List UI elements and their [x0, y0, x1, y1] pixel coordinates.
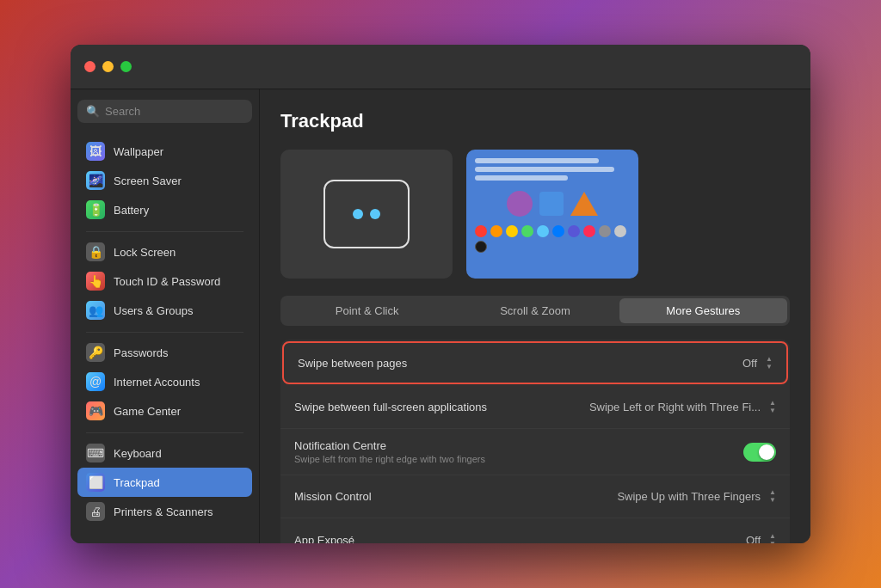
sidebar-item-label-printers: Printers & Scanners [114, 505, 213, 518]
color-dot-pink [583, 225, 595, 237]
settings-list: Swipe between pages Off ▲ ▼ Swipe betwee… [280, 340, 790, 543]
color-dot-blue [552, 225, 564, 237]
preview-shapes [475, 191, 630, 217]
screensaver-icon: 🌌 [86, 171, 105, 190]
sidebar-item-lockscreen[interactable]: 🔒 Lock Screen [77, 237, 252, 266]
setting-row-app-expose[interactable]: App Exposé Off ▲ ▼ [280, 518, 790, 543]
sidebar-item-touchid[interactable]: 👆 Touch ID & Password [77, 266, 252, 296]
sidebar-item-users[interactable]: 👥 Users & Groups [77, 296, 252, 325]
setting-row-swipe-pages[interactable]: Swipe between pages Off ▲ ▼ [282, 341, 788, 384]
color-dot-silver [614, 225, 626, 237]
color-dot-black [475, 241, 487, 253]
stepper-up-3[interactable]: ▲ [769, 489, 776, 496]
sidebar-item-trackpad[interactable]: ⬜ Trackpad [77, 468, 252, 497]
sidebar-item-label-screensaver: Screen Saver [114, 175, 182, 187]
stepper-mission-control[interactable]: ▲ ▼ [769, 489, 776, 504]
shape-triangle [570, 192, 598, 216]
close-button[interactable] [84, 61, 95, 72]
sidebar-item-label-trackpad: Trackpad [114, 476, 160, 489]
tab-point-click[interactable]: Point & Click [283, 298, 451, 323]
sidebar-item-battery[interactable]: 🔋 Battery [77, 195, 252, 224]
stepper-down[interactable]: ▼ [766, 364, 773, 371]
internet-icon: @ [86, 372, 105, 391]
stepper-down-3[interactable]: ▼ [769, 497, 776, 504]
main-content: Trackpad [260, 89, 810, 543]
color-dot-purple [568, 225, 580, 237]
sidebar-item-label-wallpaper: Wallpaper [114, 145, 163, 158]
minimize-button[interactable] [102, 61, 114, 72]
sidebar-item-label-users: Users & Groups [114, 304, 193, 317]
color-dot-gray [599, 225, 611, 237]
sidebar-item-internet[interactable]: @ Internet Accounts [77, 367, 252, 396]
sidebar-divider-2 [86, 332, 243, 333]
sidebar-group-appearance: 🖼 Wallpaper 🌌 Screen Saver 🔋 Battery [77, 137, 252, 224]
search-bar[interactable]: 🔍 Search [77, 100, 252, 123]
stepper-down-2[interactable]: ▼ [769, 407, 776, 414]
search-icon: 🔍 [86, 105, 100, 118]
setting-value-swipe-pages[interactable]: Off ▲ ▼ [742, 356, 773, 371]
setting-value-text-app-expose: Off [746, 534, 761, 544]
preview-line-3 [475, 175, 568, 181]
stepper-up[interactable]: ▲ [766, 356, 773, 363]
sidebar-item-label-keyboard: Keyboard [114, 447, 162, 460]
stepper-app-expose[interactable]: ▲ ▼ [769, 533, 776, 544]
color-dot-lightblue [537, 225, 549, 237]
setting-label-mission-control: Mission Control [294, 490, 617, 503]
tap-dot-1 [353, 209, 363, 219]
setting-label-swipe-fullscreen: Swipe between full-screen applications [294, 401, 589, 413]
search-placeholder: Search [105, 105, 140, 118]
tap-dot-2 [370, 209, 380, 219]
setting-label-notification-centre: Notification Centre Swipe left from the … [294, 439, 743, 464]
page-title: Trackpad [280, 110, 790, 132]
battery-icon: 🔋 [86, 200, 105, 219]
sidebar-group-accounts: 🔑 Passwords @ Internet Accounts 🎮 Game C… [77, 338, 252, 426]
color-dot-orange [490, 225, 502, 237]
color-dot-yellow [506, 225, 518, 237]
sidebar-item-wallpaper[interactable]: 🖼 Wallpaper [77, 137, 252, 166]
setting-value-text-swipe-pages: Off [742, 357, 757, 370]
passwords-icon: 🔑 [86, 343, 105, 362]
preview-lines [475, 158, 630, 181]
sidebar-item-label-internet: Internet Accounts [114, 376, 200, 389]
trackpad-preview-left [280, 150, 453, 279]
setting-value-mission-control[interactable]: Swipe Up with Three Fingers ▲ ▼ [617, 489, 776, 504]
stepper-up-4[interactable]: ▲ [769, 533, 776, 540]
window-content: 🔍 Search 🖼 Wallpaper 🌌 Screen Saver 🔋 Ba… [71, 89, 810, 543]
sidebar: 🔍 Search 🖼 Wallpaper 🌌 Screen Saver 🔋 Ba… [71, 89, 260, 543]
system-settings-window: 🔍 Search 🖼 Wallpaper 🌌 Screen Saver 🔋 Ba… [71, 45, 810, 543]
preview-line-2 [475, 167, 614, 172]
sidebar-divider-1 [86, 231, 243, 232]
trackpad-preview-right [466, 150, 638, 279]
sidebar-item-label-passwords: Passwords [114, 346, 169, 359]
sidebar-item-printers[interactable]: 🖨 Printers & Scanners [77, 497, 252, 526]
sidebar-group-hardware: ⌨ Keyboard ⬜ Trackpad 🖨 Printers & Scann… [77, 438, 252, 526]
setting-value-app-expose[interactable]: Off ▲ ▼ [746, 533, 776, 544]
setting-value-swipe-fullscreen[interactable]: Swipe Left or Right with Three Fi... ▲ ▼ [589, 400, 776, 414]
tab-more-gestures[interactable]: More Gestures [619, 298, 787, 323]
stepper-down-4[interactable]: ▼ [769, 541, 776, 544]
maximize-button[interactable] [120, 61, 132, 72]
sidebar-divider-3 [86, 432, 243, 433]
titlebar [71, 45, 810, 89]
setting-row-mission-control[interactable]: Mission Control Swipe Up with Three Fing… [280, 475, 790, 518]
stepper-swipe-fullscreen[interactable]: ▲ ▼ [769, 400, 776, 414]
sidebar-item-screensaver[interactable]: 🌌 Screen Saver [77, 166, 252, 195]
setting-value-notification-centre[interactable] [743, 443, 776, 462]
sidebar-item-gamecenter[interactable]: 🎮 Game Center [77, 396, 252, 426]
sidebar-item-label-gamecenter: Game Center [114, 405, 181, 418]
setting-row-swipe-fullscreen[interactable]: Swipe between full-screen applications S… [280, 386, 790, 429]
setting-value-text-swipe-fullscreen: Swipe Left or Right with Three Fi... [589, 401, 761, 413]
toggle-notification-centre[interactable] [743, 443, 776, 462]
sidebar-group-security: 🔒 Lock Screen 👆 Touch ID & Password 👥 Us… [77, 237, 252, 325]
sidebar-item-label-lockscreen: Lock Screen [114, 246, 176, 259]
sidebar-item-passwords[interactable]: 🔑 Passwords [77, 338, 252, 367]
color-dots [475, 225, 630, 253]
tabs-bar: Point & Click Scroll & Zoom More Gesture… [280, 296, 790, 326]
sidebar-item-keyboard[interactable]: ⌨ Keyboard [77, 438, 252, 468]
stepper-swipe-pages[interactable]: ▲ ▼ [766, 356, 773, 371]
setting-row-notification-centre[interactable]: Notification Centre Swipe left from the … [280, 429, 790, 475]
stepper-up-2[interactable]: ▲ [769, 400, 776, 407]
color-dot-red [475, 225, 487, 237]
setting-label-app-expose: App Exposé [294, 534, 746, 544]
tab-scroll-zoom[interactable]: Scroll & Zoom [451, 298, 619, 323]
